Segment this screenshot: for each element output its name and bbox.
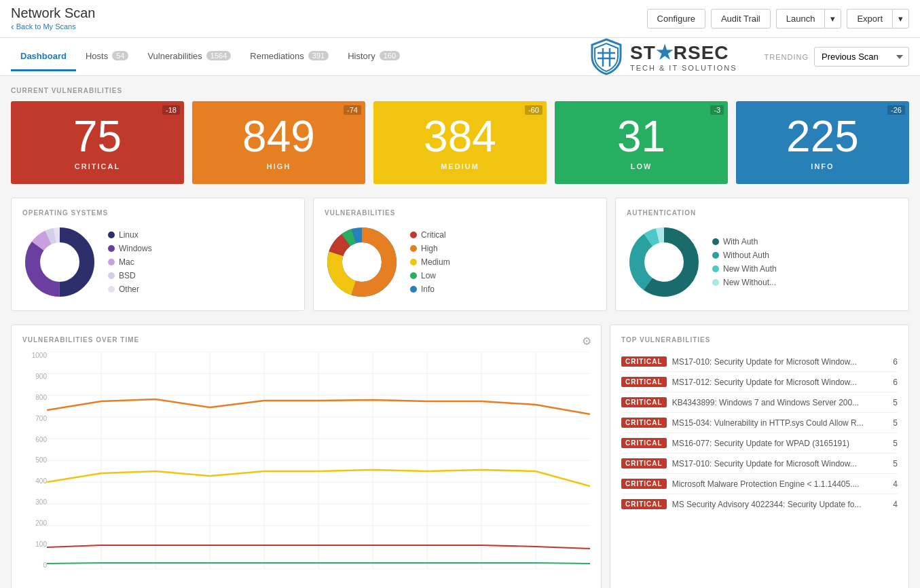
launch-split-button: Launch ▾ <box>776 9 842 29</box>
vuln-list: CRITICAL MS17-010: Security Update for M… <box>621 352 898 514</box>
trending-select[interactable]: Previous Scan Last 7 Days Last 30 Days <box>814 47 909 67</box>
legend-medium: Medium <box>410 257 450 267</box>
critical-label: CRITICAL <box>75 162 120 170</box>
legend-high: High <box>410 244 450 253</box>
tab-vulnerabilities[interactable]: Vulnerabilities 1564 <box>138 43 240 71</box>
critical-card: -18 75 CRITICAL <box>11 101 184 184</box>
y-label-700: 700 <box>22 415 47 422</box>
low-delta: -3 <box>710 105 724 115</box>
severity-badge: CRITICAL <box>621 458 667 468</box>
list-item[interactable]: CRITICAL MS17-010: Security Update for M… <box>621 352 898 372</box>
list-item[interactable]: CRITICAL MS Security Advisory 4022344: S… <box>621 494 898 514</box>
back-link[interactable]: Back to My Scans <box>11 21 96 32</box>
tab-hosts[interactable]: Hosts 54 <box>76 43 138 71</box>
legend-mac: Mac <box>108 257 152 267</box>
title-area: Network Scan Back to My Scans <box>11 5 96 32</box>
y-label-600: 600 <box>22 436 47 443</box>
vuln-name: MS Security Advisory 4022344: Security U… <box>672 500 881 509</box>
nav-bar: Dashboard Hosts 54 Vulnerabilities 1564 … <box>0 38 920 76</box>
app-title: Network Scan <box>11 5 96 21</box>
y-label-1000: 1000 <box>22 352 47 359</box>
vuln-donut <box>325 225 399 299</box>
info-label: INFO <box>811 162 834 170</box>
os-chart-content: Linux Windows Mac BSD <box>22 225 293 299</box>
legend-critical: Critical <box>410 230 450 240</box>
medium-delta: -60 <box>525 105 542 115</box>
legend-dot-mac <box>108 259 115 265</box>
auth-chart-panel: AUTHENTICATION <box>615 198 909 311</box>
legend-dot-low <box>410 272 417 279</box>
vuln-count: 5 <box>887 459 898 468</box>
list-item[interactable]: CRITICAL MS16-077: Security Update for W… <box>621 433 898 454</box>
vuln-count: 5 <box>887 439 898 448</box>
launch-button[interactable]: Launch <box>776 9 825 29</box>
severity-badge: CRITICAL <box>621 499 667 509</box>
vuln-chart-panel: VULNERABILITIES <box>313 198 607 311</box>
brand-name: ST★RSEC <box>630 41 737 64</box>
main-content: CURRENT VULNERABILITIES -18 75 CRITICAL … <box>0 76 920 588</box>
time-chart-title: VULNERABILITIES OVER TIME <box>22 336 590 344</box>
tab-history[interactable]: History 160 <box>338 43 409 71</box>
legend-with-auth: With Auth <box>712 237 777 246</box>
legend-dot-critical <box>410 232 417 238</box>
legend-dot-info <box>410 286 417 293</box>
high-card: -74 849 HIGH <box>192 101 365 184</box>
vuln-name: MS16-077: Security Update for WPAD (3165… <box>672 439 881 448</box>
launch-dropdown[interactable]: ▾ <box>824 9 841 29</box>
low-label: LOW <box>631 162 652 170</box>
high-count: 849 <box>242 115 315 158</box>
vuln-count: 6 <box>887 378 898 387</box>
legend-windows: Windows <box>108 244 152 253</box>
vuln-count: 4 <box>887 500 898 509</box>
vuln-name: Microsoft Malware Protection Engine < 1.… <box>672 479 881 489</box>
severity-badge: CRITICAL <box>621 418 667 428</box>
severity-badge: CRITICAL <box>621 479 667 489</box>
y-label-100: 100 <box>22 540 47 548</box>
list-item[interactable]: CRITICAL KB4343899: Windows 7 and Window… <box>621 392 898 413</box>
vuln-count: 6 <box>887 357 898 367</box>
y-label-200: 200 <box>22 519 47 527</box>
medium-label: MEDIUM <box>441 162 479 170</box>
list-item[interactable]: CRITICAL Microsoft Malware Protection En… <box>621 474 898 494</box>
time-chart-wrapper: 1000 900 800 700 600 500 400 300 200 100… <box>22 352 590 583</box>
vuln-chart-title: VULNERABILITIES <box>325 209 595 217</box>
high-delta: -74 <box>344 105 361 115</box>
vuln-chart-content: Critical High Medium Low <box>325 225 595 299</box>
info-card: -26 225 INFO <box>736 101 909 184</box>
auth-chart-title: AUTHENTICATION <box>627 209 898 217</box>
legend-low: Low <box>410 271 450 280</box>
legend-linux: Linux <box>108 230 152 240</box>
svg-point-15 <box>343 243 381 281</box>
list-item[interactable]: CRITICAL MS15-034: Vulnerability in HTTP… <box>621 413 898 433</box>
medium-card: -60 384 MEDIUM <box>373 101 547 184</box>
legend-dot-without-auth <box>712 252 719 259</box>
brand-sub: TECH & IT SOLUTIONS <box>630 64 737 72</box>
severity-badge: CRITICAL <box>621 397 667 407</box>
gear-icon[interactable]: ⚙ <box>582 335 591 348</box>
header-actions: Configure Audit Trail Launch ▾ Export ▾ <box>647 9 909 29</box>
severity-badge: CRITICAL <box>621 377 667 387</box>
configure-button[interactable]: Configure <box>647 9 705 29</box>
vuln-count: 4 <box>887 479 898 489</box>
os-legend: Linux Windows Mac BSD <box>108 230 152 294</box>
vuln-name: MS17-012: Security Update for Microsoft … <box>672 378 881 387</box>
y-label-0: 0 <box>22 562 47 569</box>
high-label: HIGH <box>267 162 291 170</box>
vuln-name: MS17-010: Security Update for Microsoft … <box>672 459 881 468</box>
info-delta: -26 <box>887 105 905 115</box>
list-item[interactable]: CRITICAL MS17-012: Security Update for M… <box>621 372 898 392</box>
audit-trail-button[interactable]: Audit Trail <box>711 9 771 29</box>
y-axis: 1000 900 800 700 600 500 400 300 200 100… <box>22 352 47 583</box>
trending-label: TRENDING <box>765 53 809 61</box>
legend-dot-windows <box>108 245 115 252</box>
legend-dot-other <box>108 286 115 293</box>
tab-dashboard[interactable]: Dashboard <box>11 43 76 71</box>
tab-remediations[interactable]: Remediations 391 <box>240 43 338 71</box>
list-item[interactable]: CRITICAL MS17-010: Security Update for M… <box>621 454 898 474</box>
time-chart-panel: VULNERABILITIES OVER TIME ⚙ 1000 900 800… <box>11 325 602 588</box>
auth-donut <box>627 225 701 299</box>
logo-area: ST★RSEC TECH & IT SOLUTIONS TRENDING Pre… <box>589 38 909 75</box>
export-dropdown[interactable]: ▾ <box>892 9 909 29</box>
legend-other: Other <box>108 284 152 294</box>
export-button[interactable]: Export <box>847 9 892 29</box>
